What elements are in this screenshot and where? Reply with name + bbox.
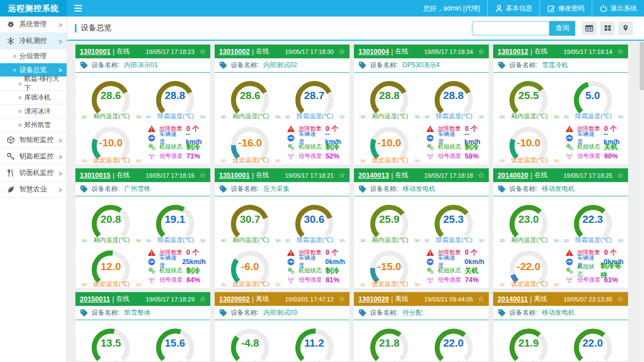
device-status-list: 故障数量 0 个 车辆速度 0km/h 机组状态 制冷等待 <box>562 245 624 289</box>
warning-icon <box>426 125 435 133</box>
device-card: 20140011 | 离线 19/05/07 23:13:35 ☆ 设备名称: … <box>493 292 629 361</box>
profile-button[interactable]: 基本信息 <box>487 0 539 17</box>
favorite-star-icon[interactable]: ☆ <box>339 295 345 303</box>
sidebar-item-smart-cabinet[interactable]: 智能柜监控> <box>0 132 67 149</box>
topbar-right: 您好，admin [代理] 基本信息 修改密码 退出系统 <box>416 0 644 17</box>
device-id-link[interactable]: 13010020 <box>358 295 389 303</box>
device-timestamp: 19/05/17 17:18:14 <box>564 48 613 55</box>
defrost-temp-gauge: 5.0 -30除霜温度(℃)50 <box>562 74 624 121</box>
set-temp-value: 12.0 <box>80 261 142 273</box>
favorite-star-icon[interactable]: ☆ <box>199 295 206 303</box>
sidebar-item-luohe[interactable]: 漯河冰洋 <box>0 105 67 118</box>
device-status-list: 故障数量 0 个 车辆速度 0km/h 机组状态 制冷 <box>283 245 346 289</box>
favorite-star-icon[interactable]: ☆ <box>339 48 345 55</box>
device-id-link[interactable]: 20150011 <box>80 295 110 303</box>
device-name-label: 设备名称: <box>370 61 398 70</box>
defrost-temp-value: 28.7 <box>283 90 346 102</box>
gears-icon <box>287 143 296 151</box>
menu-toggle-icon[interactable] <box>74 5 82 12</box>
page-title: 设备总览 <box>75 23 112 33</box>
sidebar-item-hangyi[interactable]: 航益-移行天下 <box>0 77 67 91</box>
search-input[interactable] <box>472 21 549 35</box>
table-view-icon[interactable] <box>582 21 597 35</box>
signal-antenna-icon <box>287 276 296 284</box>
device-id-link[interactable]: 20140013 <box>358 172 389 179</box>
favorite-star-icon[interactable]: ☆ <box>478 172 484 179</box>
device-id-link[interactable]: 20140020 <box>498 172 528 179</box>
device-card: 13010001 | 在线 19/05/17 17:18:23 ☆ 设备名称: … <box>75 44 211 165</box>
favorite-star-icon[interactable]: ☆ <box>199 48 206 55</box>
tag-icon <box>358 61 367 69</box>
defrost-temp-gauge: 22.3 -30除霜温度(℃)50 <box>562 198 624 245</box>
defrost-temp-value: 28.8 <box>144 90 206 102</box>
scrollbar-thumb[interactable] <box>640 42 644 90</box>
device-timestamp: 19/03/01 17:47:12 <box>285 296 334 303</box>
speedometer-icon <box>565 257 574 266</box>
defrost-temp-value: 25.3 <box>423 213 485 226</box>
favorite-star-icon[interactable]: ☆ <box>617 48 624 55</box>
sidebar-item-key-cabinet[interactable]: 钥匙柜监控> <box>0 149 67 165</box>
device-id-link[interactable]: 13510001 <box>219 172 250 179</box>
power-icon <box>599 4 608 13</box>
map-view-icon[interactable] <box>618 21 633 35</box>
sidebar-item-system-mgmt[interactable]: 系统管理> <box>0 17 67 33</box>
sidebar-item-label: 冷机测控 <box>19 36 47 46</box>
cabin-temp-value: 20.8 <box>80 213 142 226</box>
cabin-temp-gauge: 21.9 -30厢内温度(℃)50 <box>498 321 560 361</box>
device-card: 13020002 | 离线 19/03/01 17:47:12 ☆ 设备名称: … <box>214 292 350 361</box>
gears-icon <box>148 143 156 151</box>
device-id-link[interactable]: 20140011 <box>498 295 528 303</box>
device-card-header: 13510001 | 在线 19/05/17 17:18:21 ☆ <box>215 168 350 182</box>
scrollbar[interactable] <box>640 42 644 362</box>
favorite-star-icon[interactable]: ☆ <box>617 172 624 179</box>
warning-icon <box>287 249 296 257</box>
cabin-temp-gauge: 30.7 -30厢内温度(℃)50 <box>219 198 281 245</box>
unit-state-row: 机组状态 制冷 <box>148 142 206 151</box>
cabin-temp-value: 21.8 <box>358 337 421 349</box>
device-id-link[interactable]: 13010015 <box>80 172 111 179</box>
device-id-link[interactable]: 13020002 <box>219 295 250 303</box>
favorite-star-icon[interactable]: ☆ <box>199 172 206 179</box>
device-status-list: 故障数量 0 个 车辆速度 25km/h 机组状态 制冷 <box>144 245 206 289</box>
cabin-temp-value: 25.9 <box>358 213 421 226</box>
favorite-star-icon[interactable]: ☆ <box>478 48 484 55</box>
device-id-link[interactable]: 13010012 <box>498 48 528 56</box>
change-password-button[interactable]: 修改密码 <box>539 0 592 17</box>
favorite-star-icon[interactable]: ☆ <box>478 295 484 303</box>
sidebar-item-label: 航益-移行天下 <box>24 74 63 93</box>
sidebar-item-cooler-monitor[interactable]: 冷机测控> <box>0 33 67 50</box>
device-card-header: 20150011 | 在线 19/05/17 17:18:29 ☆ <box>75 292 210 306</box>
defrost-temp-gauge: 30.6 -30除霜温度(℃)50 <box>283 198 346 245</box>
card-view-icon[interactable] <box>600 21 615 35</box>
device-id-link[interactable]: 13010002 <box>219 48 250 56</box>
title-accent-bar <box>75 24 77 32</box>
device-status-separator: | <box>252 295 254 303</box>
sidebar-item-smart-agri[interactable]: 智慧农业> <box>0 182 67 198</box>
vehicle-speed-value: 0km/h <box>325 258 345 266</box>
signal-strength-row: 信号强度 84% <box>148 276 206 284</box>
cabin-temp-value: 28.6 <box>80 90 142 102</box>
sidebar-item-cutter-monitor[interactable]: 切面机监控> <box>0 165 67 182</box>
logout-button[interactable]: 退出系统 <box>592 0 644 17</box>
fault-count-value: 0 个 <box>604 248 617 257</box>
device-status-list: 故障数量 0 个 车辆速度 --km/h 机组状态 关机 <box>562 121 624 165</box>
chevron-right-icon: > <box>59 37 62 45</box>
sidebar-item-group-mgmt[interactable]: 分组管理 <box>0 50 67 63</box>
vehicle-speed-value: 25km/h <box>182 258 206 266</box>
device-id-link[interactable]: 13010001 <box>80 48 111 56</box>
defrost-temp-gauge: 22.0 -30除霜温度(℃)50 <box>562 321 624 361</box>
speedometer-icon <box>426 134 435 142</box>
query-button[interactable]: 查询 <box>549 21 575 36</box>
vehicle-speed-row: 车辆速度 --km/h <box>426 134 485 142</box>
device-id-link[interactable]: 13010004 <box>358 48 389 56</box>
favorite-star-icon[interactable]: ☆ <box>339 172 345 179</box>
speedometer-icon <box>426 257 435 266</box>
signal-strength-value: 71% <box>187 152 200 160</box>
sidebar-item-label: 漯河冰洋 <box>24 107 51 116</box>
unit-state-row: 机组状态 制冷等待 <box>565 266 624 275</box>
cabin-temp-gauge: 21.8 -30厢内温度(℃)50 <box>358 321 421 361</box>
speedometer-icon <box>287 134 296 142</box>
favorite-star-icon[interactable]: ☆ <box>617 295 624 303</box>
device-timestamp: 19/05/17 17:18:30 <box>285 48 334 55</box>
sidebar-item-zhengzhou[interactable]: 郑州凯雪 <box>0 118 67 132</box>
